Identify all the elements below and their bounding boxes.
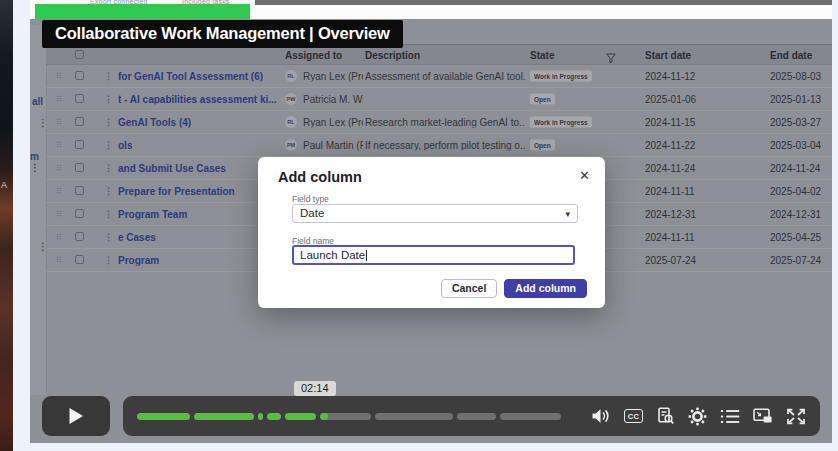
start-date-cell: 2024-11-22: [645, 140, 695, 151]
panel-text-fragment: m ⋮: [30, 151, 46, 173]
drag-handle-icon[interactable]: ⠿: [56, 72, 61, 81]
task-description: If necessary, perform pilot testing o...: [365, 140, 525, 151]
assignee-avatar: RL: [285, 116, 297, 128]
cancel-button[interactable]: Cancel: [441, 279, 497, 298]
play-icon: [68, 407, 84, 425]
row-kebab-menu-icon[interactable]: ⋮: [104, 232, 113, 242]
drag-handle-icon[interactable]: ⠿: [56, 187, 61, 196]
play-button[interactable]: [42, 396, 110, 436]
task-name[interactable]: Program Team: [118, 209, 187, 220]
row-kebab-menu-icon[interactable]: ⋮: [104, 186, 113, 196]
volume-icon[interactable]: [591, 408, 611, 424]
chapters-list-icon[interactable]: [720, 409, 740, 424]
drag-handle-icon[interactable]: ⠿: [56, 233, 61, 242]
table-row[interactable]: ⠿ ⋮ t - AI capabilities assessment ki...…: [46, 88, 832, 111]
progress-segment[interactable]: [320, 413, 371, 420]
select-all-checkbox[interactable]: [75, 50, 84, 59]
progress-segment[interactable]: [457, 413, 496, 420]
drag-handle-icon[interactable]: ⠿: [56, 164, 61, 173]
assignee-avatar: PW: [285, 93, 297, 105]
settings-gear-icon[interactable]: [688, 407, 707, 426]
row-kebab-menu-icon[interactable]: ⋮: [104, 163, 113, 173]
end-date-cell: 2025-01-13: [770, 94, 821, 105]
table-row[interactable]: ⠿ ⋮ ols PM Paul Martin (P... If necessar…: [46, 134, 832, 157]
start-date-cell: 2024-11-11: [645, 186, 695, 197]
progress-segment[interactable]: [137, 413, 190, 420]
drag-handle-icon[interactable]: ⠿: [56, 210, 61, 219]
time-tooltip: 02:14: [294, 381, 336, 396]
field-name-value: Launch Date: [300, 249, 365, 261]
task-description: Assessment of available GenAI tool...: [365, 71, 525, 82]
row-checkbox[interactable]: [75, 255, 84, 264]
task-name[interactable]: t - AI capabilities assessment ki...: [118, 94, 277, 105]
assignee-avatar: RL: [285, 70, 297, 82]
progress-bar[interactable]: [137, 413, 561, 420]
field-type-label: Field type: [292, 194, 329, 204]
header-start-date: Start date: [645, 50, 691, 61]
task-name[interactable]: Prepare for Presentation: [118, 186, 235, 197]
field-type-dropdown[interactable]: Date ▾: [292, 204, 578, 223]
progress-segment[interactable]: [500, 413, 561, 420]
toolbar-dark-edge: [255, 0, 832, 5]
assignee-avatar: PM: [285, 139, 297, 151]
row-kebab-menu-icon[interactable]: ⋮: [104, 209, 113, 219]
picture-in-picture-icon[interactable]: [753, 408, 773, 424]
row-checkbox[interactable]: [75, 94, 84, 103]
progress-segment[interactable]: [375, 413, 453, 420]
row-checkbox[interactable]: [75, 117, 84, 126]
panel-text-fragment: all: [32, 96, 43, 107]
row-checkbox[interactable]: [75, 140, 84, 149]
task-name[interactable]: GenAI Tools (4): [118, 117, 191, 128]
table-row[interactable]: ⠿ ⋮ for GenAI Tool Assessment (6) RL Rya…: [46, 65, 832, 88]
photo-letter-fragment: A: [1, 180, 7, 190]
header-state: State: [530, 50, 554, 61]
captions-icon[interactable]: CC: [624, 409, 643, 423]
task-name[interactable]: Program: [118, 255, 159, 266]
end-date-cell: 2025-03-27: [770, 117, 821, 128]
progress-segment[interactable]: [267, 413, 281, 420]
row-checkbox[interactable]: [75, 186, 84, 195]
task-name[interactable]: and Submit Use Cases: [118, 163, 226, 174]
row-kebab-menu-icon[interactable]: ⋮: [104, 117, 113, 127]
drag-handle-icon[interactable]: ⠿: [56, 118, 61, 127]
start-date-cell: 2024-11-12: [645, 71, 695, 82]
player-control-bar: CC: [123, 396, 820, 436]
drag-handle-icon[interactable]: ⠿: [56, 141, 61, 150]
header-assigned-to: Assigned to: [285, 50, 342, 61]
field-name-input[interactable]: Launch Date: [292, 245, 575, 265]
close-icon[interactable]: ✕: [579, 168, 590, 183]
drag-handle-icon[interactable]: ⠿: [56, 95, 61, 104]
video-player: Export connected Included tasks Collabor…: [30, 0, 832, 443]
state-badge: Open: [530, 140, 555, 151]
start-date-cell: 2024-11-11: [645, 232, 695, 243]
row-kebab-menu-icon[interactable]: ⋮: [104, 140, 113, 150]
row-kebab-menu-icon[interactable]: ⋮: [104, 71, 113, 81]
task-description: Research market-leading GenAI to...: [365, 117, 525, 128]
progress-segment[interactable]: [258, 413, 263, 420]
assignee-name: Patricia M. Wi...: [303, 94, 363, 105]
start-date-cell: 2024-11-24: [645, 163, 695, 174]
end-date-cell: 2025-03-04: [770, 140, 821, 151]
progress-segment[interactable]: [194, 413, 254, 420]
desktop-background-photo: A: [0, 0, 13, 451]
progress-segment[interactable]: [285, 413, 316, 420]
row-checkbox[interactable]: [75, 232, 84, 241]
add-column-modal: Add column ✕ Field type Date ▾ Field nam…: [258, 157, 605, 308]
row-kebab-menu-icon[interactable]: ⋮: [104, 94, 113, 104]
table-row[interactable]: ⠿ ⋮ GenAI Tools (4) RL Ryan Lex (Pro... …: [46, 111, 832, 134]
task-name[interactable]: ols: [118, 140, 132, 151]
start-date-cell: 2025-01-06: [645, 94, 696, 105]
add-column-button[interactable]: Add column: [504, 279, 587, 298]
row-checkbox[interactable]: [75, 209, 84, 218]
video-title-overlay: Collaborative Work Management | Overview: [42, 20, 403, 48]
state-badge: Work in Progress: [530, 117, 592, 128]
task-name[interactable]: for GenAI Tool Assessment (6): [118, 71, 263, 82]
drag-handle-icon[interactable]: ⠿: [56, 256, 61, 265]
row-checkbox[interactable]: [75, 163, 84, 172]
row-kebab-menu-icon[interactable]: ⋮: [104, 255, 113, 265]
task-name[interactable]: e Cases: [118, 232, 156, 243]
transcript-search-icon[interactable]: [656, 407, 675, 425]
fullscreen-icon[interactable]: [786, 408, 806, 425]
row-checkbox[interactable]: [75, 71, 84, 80]
end-date-cell: 2025-07-24: [770, 255, 821, 266]
